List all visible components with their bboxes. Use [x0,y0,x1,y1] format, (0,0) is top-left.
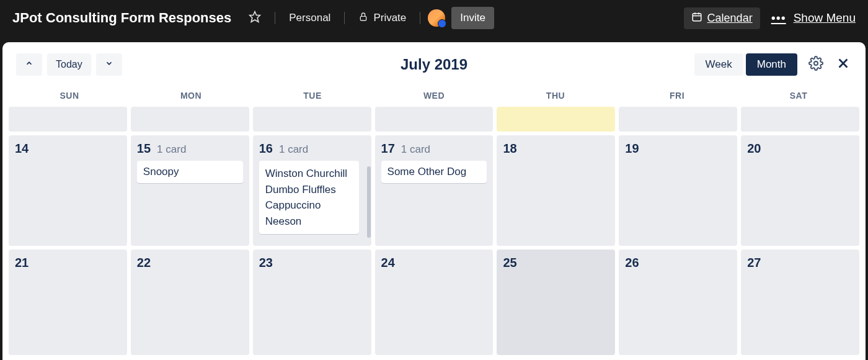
date-line: 15 1 card [137,142,243,156]
divider [420,12,420,24]
day-header: THU [495,87,616,107]
week-view-button[interactable]: Week [694,53,743,76]
card-count: 1 card [401,143,430,156]
private-button[interactable]: Private [352,8,412,29]
calendar-cell[interactable] [131,107,249,132]
calendar-row: 14 15 1 card Snoopy 16 1 card Winston Ch… [9,135,859,246]
calendar-toolbar: Today July 2019 Week Month [2,42,866,87]
card-count: 1 card [157,143,186,156]
star-button[interactable] [242,7,267,30]
day-header: TUE [252,87,373,107]
calendar-cell[interactable]: 14 [9,135,127,246]
show-menu-button[interactable]: ••• Show Menu [771,11,856,25]
prev-button[interactable] [16,53,42,76]
calendar-cell[interactable]: 15 1 card Snoopy [131,135,249,246]
date-line: 26 [625,256,731,270]
date-number: 26 [625,256,639,270]
date-line: 14 [15,142,121,156]
star-icon [249,11,261,26]
date-line: 16 1 card [259,142,365,156]
calendar-powerup-button[interactable]: Calendar [684,7,760,29]
next-button[interactable] [96,53,122,76]
date-number: 21 [15,256,29,270]
date-number: 22 [137,256,151,270]
day-header: SUN [9,87,130,107]
calendar-cell[interactable]: 18 [497,135,615,246]
personal-button[interactable]: Personal [283,8,337,28]
svg-point-6 [814,61,818,65]
calendar-cell[interactable]: 25 [497,250,615,355]
private-label: Private [373,12,406,24]
date-line: 27 [747,256,853,270]
close-button[interactable] [835,56,852,73]
calendar-cell[interactable]: 21 [9,250,127,355]
date-line: 23 [259,256,365,270]
gear-icon [808,56,823,73]
day-header: SAT [738,87,859,107]
calendar-cell[interactable] [619,107,737,132]
calendar-cell-today[interactable] [497,107,615,132]
calendar-cell[interactable]: 27 [741,250,859,355]
calendar-row: 21 22 23 24 25 [9,250,859,355]
calendar-link-label: Calendar [707,12,753,25]
svg-rect-1 [361,16,366,20]
calendar-grid: 14 15 1 card Snoopy 16 1 card Winston Ch… [2,107,866,355]
lock-icon [358,12,368,25]
date-line: 21 [15,256,121,270]
close-icon [836,56,850,73]
invite-label: Invite [460,12,485,24]
chevron-up-icon [25,59,33,70]
date-line: 22 [137,256,243,270]
settings-button[interactable] [807,56,825,73]
topbar-right: Calendar ••• Show Menu [684,7,856,29]
date-number: 17 [381,142,395,156]
svg-rect-2 [693,13,701,20]
calendar-cell[interactable]: 19 [619,135,737,246]
calendar-cell[interactable]: 16 1 card Winston Churchill Dumbo Fluffl… [253,135,371,246]
date-number: 23 [259,256,273,270]
view-toggle: Week Month [694,53,797,76]
month-title: July 2019 [401,56,467,73]
day-headers: SUN MON TUE WED THU FRI SAT [2,87,866,107]
calendar-cell[interactable] [253,107,371,132]
calendar-icon [691,11,702,25]
date-line: 20 [747,142,853,156]
divider [344,12,345,24]
calendar-cell[interactable]: 26 [619,250,737,355]
view-controls: Week Month [694,53,852,76]
date-number: 27 [747,256,761,270]
show-menu-label: Show Menu [794,11,856,25]
calendar-cell[interactable] [375,107,494,132]
date-line: 24 [381,256,487,270]
date-number: 15 [137,142,151,156]
calendar-card[interactable]: Some Other Dog [381,161,487,183]
invite-button[interactable]: Invite [451,7,494,29]
personal-label: Personal [289,12,330,24]
scrollbar[interactable] [367,166,371,238]
date-line: 18 [503,142,609,156]
calendar-cell[interactable]: 22 [131,250,249,355]
date-line: 19 [625,142,731,156]
calendar-cell[interactable]: 17 1 card Some Other Dog [375,135,494,246]
calendar-cell[interactable]: 24 [375,250,494,355]
top-bar: JPot Consulting Form Responses Personal … [0,0,868,36]
calendar-card[interactable]: Winston Churchill Dumbo Fluffles Cappucc… [259,161,359,234]
date-number: 24 [381,256,395,270]
calendar-row [9,107,859,132]
board-title[interactable]: JPot Consulting Form Responses [12,10,231,26]
calendar-cell[interactable] [741,107,859,132]
date-number: 16 [259,142,273,156]
month-view-button[interactable]: Month [746,53,797,76]
date-number: 18 [503,142,516,156]
day-header: FRI [616,87,738,107]
calendar-card[interactable]: Snoopy [137,161,243,183]
chevron-down-icon [105,59,113,70]
date-line: 17 1 card [381,142,487,156]
avatar[interactable] [428,9,445,27]
date-line: 25 [503,256,609,270]
today-button[interactable]: Today [47,53,91,76]
calendar-cell[interactable]: 20 [741,135,859,246]
calendar-cell[interactable]: 23 [253,250,371,355]
calendar-cell[interactable] [9,107,127,132]
date-number: 19 [625,142,639,156]
